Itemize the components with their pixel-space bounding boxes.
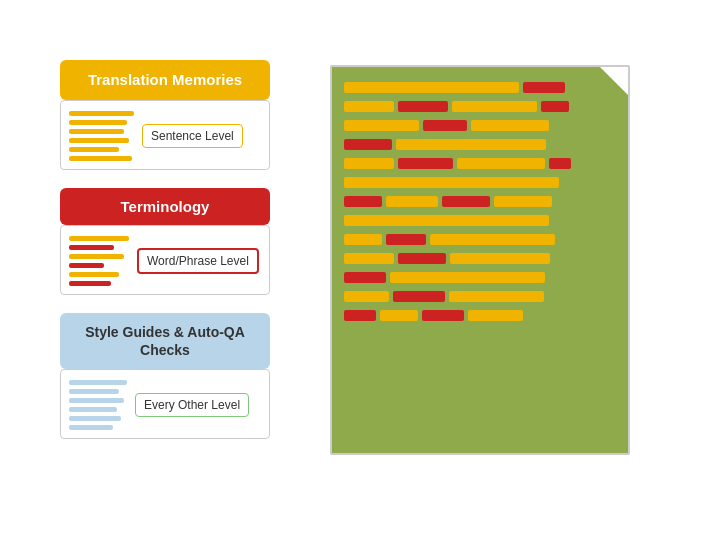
seg-yellow xyxy=(471,120,549,131)
document-visualization xyxy=(330,65,630,455)
sg-line-1 xyxy=(69,380,127,385)
seg-red xyxy=(442,196,490,207)
style-guides-title: Style Guides & Auto-QA Checks xyxy=(85,324,245,358)
term-line-6 xyxy=(69,281,111,286)
sg-line-5 xyxy=(69,416,121,421)
seg-red xyxy=(398,101,448,112)
doc-row xyxy=(344,309,616,321)
terminology-body: Word/Phrase Level xyxy=(60,225,270,295)
tm-block: Translation Memories Sentence Level xyxy=(60,60,270,170)
sg-lines-graphic xyxy=(69,380,127,430)
tm-body: Sentence Level xyxy=(60,100,270,170)
seg-yellow xyxy=(450,253,550,264)
seg-red xyxy=(523,82,565,93)
tm-line-2 xyxy=(69,120,127,125)
seg-yellow xyxy=(386,196,438,207)
sg-line-4 xyxy=(69,407,117,412)
seg-yellow xyxy=(457,158,545,169)
seg-red xyxy=(393,291,445,302)
doc-row xyxy=(344,214,616,226)
seg-red xyxy=(398,253,446,264)
style-guides-block: Style Guides & Auto-QA Checks Every Othe… xyxy=(60,313,270,439)
term-line-2 xyxy=(69,245,114,250)
terminology-block: Terminology Word/Phrase Level xyxy=(60,188,270,295)
tm-line-5 xyxy=(69,147,119,152)
seg-yellow xyxy=(344,82,519,93)
term-line-4 xyxy=(69,263,104,268)
doc-row xyxy=(344,176,616,188)
sentence-level-label: Sentence Level xyxy=(142,124,243,148)
sg-line-3 xyxy=(69,398,124,403)
word-phrase-label: Word/Phrase Level xyxy=(137,248,259,274)
doc-rows xyxy=(344,81,616,321)
every-other-label: Every Other Level xyxy=(135,393,249,417)
seg-yellow xyxy=(344,253,394,264)
doc-row xyxy=(344,233,616,245)
seg-yellow xyxy=(449,291,544,302)
doc-row xyxy=(344,119,616,131)
seg-yellow xyxy=(468,310,523,321)
doc-row xyxy=(344,290,616,302)
seg-red xyxy=(541,101,569,112)
doc-row xyxy=(344,138,616,150)
seg-red xyxy=(422,310,464,321)
tm-line-4 xyxy=(69,138,129,143)
seg-red xyxy=(398,158,453,169)
seg-red xyxy=(344,310,376,321)
seg-yellow xyxy=(430,234,555,245)
seg-yellow xyxy=(390,272,545,283)
sg-line-2 xyxy=(69,389,119,394)
term-line-1 xyxy=(69,236,129,241)
seg-yellow xyxy=(344,291,389,302)
seg-red xyxy=(549,158,571,169)
style-guides-header: Style Guides & Auto-QA Checks xyxy=(60,313,270,369)
tm-lines-graphic xyxy=(69,111,134,161)
seg-red xyxy=(386,234,426,245)
seg-yellow xyxy=(344,120,419,131)
seg-yellow xyxy=(344,101,394,112)
seg-yellow xyxy=(494,196,552,207)
term-line-3 xyxy=(69,254,124,259)
seg-yellow xyxy=(344,215,549,226)
seg-red xyxy=(344,196,382,207)
term-line-5 xyxy=(69,272,119,277)
tm-line-3 xyxy=(69,129,124,134)
seg-yellow xyxy=(396,139,546,150)
style-guides-body: Every Other Level xyxy=(60,369,270,439)
seg-yellow xyxy=(380,310,418,321)
seg-red xyxy=(423,120,467,131)
doc-row xyxy=(344,252,616,264)
tm-line-6 xyxy=(69,156,132,161)
left-panel: Translation Memories Sentence Level Term… xyxy=(60,60,270,439)
sg-line-6 xyxy=(69,425,113,430)
doc-row xyxy=(344,195,616,207)
seg-red xyxy=(344,139,392,150)
tm-header: Translation Memories xyxy=(60,60,270,100)
terminology-header: Terminology xyxy=(60,188,270,225)
tm-title: Translation Memories xyxy=(88,71,242,88)
doc-row xyxy=(344,81,616,93)
terminology-title: Terminology xyxy=(121,198,210,215)
seg-yellow xyxy=(452,101,537,112)
seg-red xyxy=(344,272,386,283)
doc-row xyxy=(344,271,616,283)
doc-row xyxy=(344,157,616,169)
tm-line-1 xyxy=(69,111,134,116)
doc-row xyxy=(344,100,616,112)
seg-yellow xyxy=(344,158,394,169)
term-lines-graphic xyxy=(69,236,129,286)
seg-yellow xyxy=(344,177,559,188)
seg-yellow xyxy=(344,234,382,245)
